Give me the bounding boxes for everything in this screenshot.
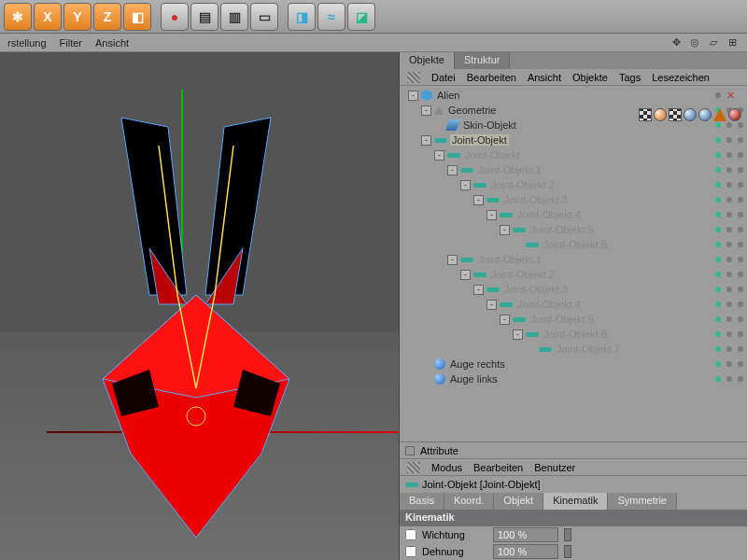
tree-row[interactable]: -Joint-Objekt.5 xyxy=(402,312,745,327)
expander-icon[interactable]: - xyxy=(408,91,418,101)
tree-row[interactable]: Auge links xyxy=(402,371,745,386)
skin-icon xyxy=(445,119,460,131)
menu-item[interactable]: Ansicht xyxy=(95,37,129,49)
move-icon[interactable]: ✥ xyxy=(669,35,684,50)
tree-row[interactable]: -Joint-Objekt.1 xyxy=(402,162,745,177)
tag-texture-icon[interactable] xyxy=(639,108,652,121)
field-checkbox[interactable] xyxy=(405,546,416,557)
expander-icon[interactable]: - xyxy=(486,300,497,310)
layers-icon[interactable]: ▱ xyxy=(706,35,721,50)
tag-material-icon[interactable] xyxy=(684,108,697,121)
menu-item[interactable]: Bearbeiten xyxy=(467,72,516,83)
expander-icon[interactable]: - xyxy=(486,210,497,220)
joint-icon xyxy=(405,483,418,487)
cube-tool-button[interactable]: ◧ xyxy=(123,3,151,31)
tree-row[interactable]: -Joint-Objekt.6 xyxy=(402,327,745,342)
spline-button[interactable]: ≈ xyxy=(317,3,345,31)
expander-icon[interactable]: - xyxy=(421,135,431,146)
tree-row[interactable]: -Joint-Objekt.4 xyxy=(402,297,745,312)
target-icon[interactable]: ◎ xyxy=(687,35,702,50)
tree-row[interactable]: -Joint-Objekt xyxy=(402,147,745,162)
menu-item[interactable]: Bearbeiten xyxy=(473,462,523,473)
menu-item[interactable]: Benutzer xyxy=(534,462,575,473)
bone-icon xyxy=(513,317,526,322)
tree-row[interactable]: -Joint-Objekt.1 xyxy=(402,252,745,267)
tag-material2-icon[interactable] xyxy=(698,108,712,121)
attr-tab[interactable]: Symmetrie xyxy=(608,493,677,510)
expander-icon[interactable]: - xyxy=(473,285,484,295)
expander-icon[interactable]: - xyxy=(513,329,523,340)
tag-uv-icon[interactable] xyxy=(669,108,682,121)
attr-tab[interactable]: Kinematik xyxy=(543,493,608,510)
field-value[interactable]: 100 % xyxy=(493,527,558,542)
snap-button[interactable]: ✻ xyxy=(4,3,32,31)
menu-item[interactable]: Lesezeichen xyxy=(652,72,710,83)
alien-model[interactable] xyxy=(56,108,336,560)
tree-label: Alien xyxy=(435,90,461,101)
field-checkbox[interactable] xyxy=(405,529,416,540)
spinner-icon[interactable] xyxy=(564,545,571,558)
expander-icon[interactable]: - xyxy=(421,105,431,116)
grip-icon[interactable] xyxy=(407,72,420,83)
menu-item[interactable]: Objekte xyxy=(572,72,608,83)
spinner-icon[interactable] xyxy=(564,528,571,541)
record-button[interactable]: ● xyxy=(161,3,189,31)
tab-structure[interactable]: Struktur xyxy=(455,52,511,69)
tree-label: Joint-Objekt.7 xyxy=(555,343,622,355)
axis-y-button[interactable]: Y xyxy=(63,3,92,31)
menu-item[interactable]: Tags xyxy=(619,72,641,83)
tree-row[interactable]: -Joint-Objekt.4 xyxy=(402,207,745,222)
bone-icon xyxy=(434,138,447,143)
axis-z-button[interactable]: Z xyxy=(93,3,121,31)
axis-x-button[interactable]: X xyxy=(34,3,62,31)
tree-label: Geometrie xyxy=(446,105,498,116)
menu-item[interactable]: Filter xyxy=(60,37,82,49)
grip-icon[interactable] xyxy=(407,462,420,473)
tree-row[interactable]: Joint-Objekt.7 xyxy=(402,342,745,357)
menu-item[interactable]: rstellung xyxy=(7,37,47,49)
tree-row[interactable]: -Joint-Objekt.3 xyxy=(402,282,745,297)
tag-phong-icon[interactable] xyxy=(654,108,667,121)
tree-row[interactable]: -Alien xyxy=(402,88,745,103)
expander-icon[interactable]: - xyxy=(500,315,510,325)
tree-label: Joint-Objekt.3 xyxy=(502,194,570,205)
tag-sphere-icon[interactable] xyxy=(728,108,741,121)
field-value[interactable]: 100 % xyxy=(493,544,558,559)
tab-objects[interactable]: Objekte xyxy=(400,52,455,69)
tree-row[interactable]: -Joint-Objekt xyxy=(402,133,745,147)
tree-row[interactable]: Joint-Objekt.6 xyxy=(402,237,745,252)
nurbs-button[interactable]: ◪ xyxy=(347,3,375,31)
expander-icon[interactable]: - xyxy=(447,255,458,265)
tree-row[interactable]: -Joint-Objekt.2 xyxy=(402,177,745,192)
expander-icon[interactable]: - xyxy=(473,195,484,205)
expander-icon[interactable]: - xyxy=(460,270,471,280)
grid-icon[interactable]: ⊞ xyxy=(725,35,740,50)
menu-item[interactable]: Modus xyxy=(431,462,462,473)
menu-item[interactable]: Ansicht xyxy=(528,72,561,83)
attr-tab[interactable]: Basis xyxy=(400,493,444,510)
tree-row[interactable]: Auge rechts xyxy=(402,357,745,371)
attr-tab[interactable]: Objekt xyxy=(494,493,543,510)
expander-icon[interactable]: - xyxy=(500,225,510,235)
expander-icon[interactable]: - xyxy=(447,165,458,175)
expander-icon[interactable]: - xyxy=(460,180,471,190)
tree-label: Auge rechts xyxy=(448,358,507,370)
tree-row[interactable]: -Joint-Objekt.2 xyxy=(402,267,745,282)
bone-icon xyxy=(500,302,513,307)
tree-row[interactable]: -Joint-Objekt.5 xyxy=(402,222,745,237)
autokey-button[interactable]: ▤ xyxy=(190,3,218,31)
tree-label: Joint-Objekt xyxy=(450,134,509,146)
3d-viewport[interactable] xyxy=(0,52,400,560)
frame-button[interactable]: ▭ xyxy=(250,3,278,31)
attribute-tabs: BasisKoord.ObjektKinematikSymmetrie xyxy=(400,493,747,510)
expander-icon[interactable]: - xyxy=(434,150,444,161)
tag-tri-icon[interactable] xyxy=(713,108,726,121)
object-tree[interactable]: ✕ -Alien-GeometrieSkin-Objekt-Joint-Obje… xyxy=(400,86,747,441)
checkbox-icon[interactable] xyxy=(405,446,415,455)
clapper-button[interactable]: ▥ xyxy=(220,3,248,31)
attr-field: Wichtung100 % xyxy=(400,526,747,543)
tree-row[interactable]: -Joint-Objekt.3 xyxy=(402,192,745,207)
attr-tab[interactable]: Koord. xyxy=(444,493,494,510)
menu-item[interactable]: Datei xyxy=(431,72,456,83)
primitive-button[interactable]: ◨ xyxy=(288,3,316,31)
